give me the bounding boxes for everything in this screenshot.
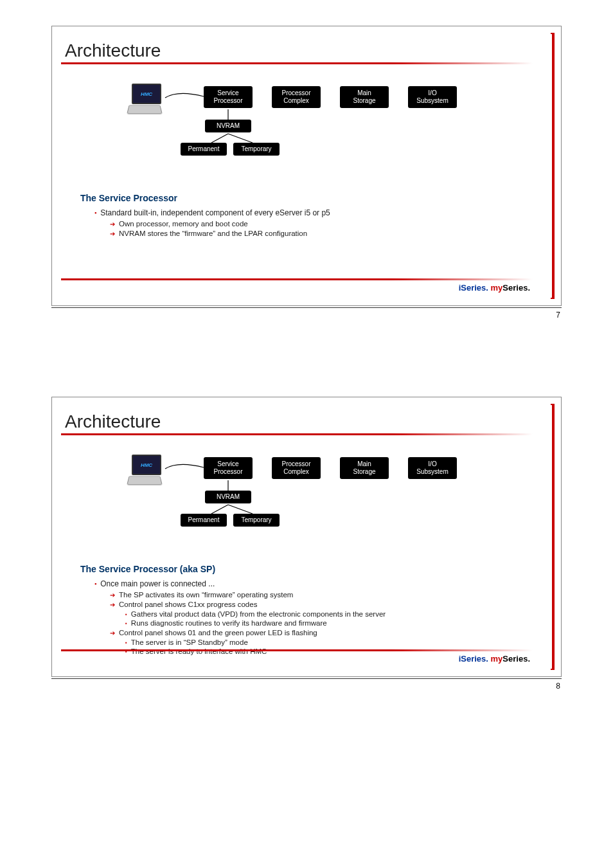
bullet: Standard built-in, independent component…	[94, 208, 552, 217]
bullet: NVRAM stores the “firmware” and the LPAR…	[110, 230, 552, 237]
page-number: 7	[51, 307, 562, 320]
bullet: The SP activates its own “firmware” oper…	[110, 591, 552, 599]
bullet-list: Standard built-in, independent component…	[94, 208, 552, 237]
section-heading: The Service Processor	[80, 193, 552, 203]
footer-branding: iSeries. mySeries.	[61, 283, 552, 293]
box-temporary: Temporary	[233, 514, 280, 527]
box-main-storage: MainStorage	[340, 86, 389, 108]
section-heading: The Service Processor (aka SP)	[80, 564, 552, 574]
box-permanent: Permanent	[181, 143, 227, 156]
hmc-label: HMC	[141, 91, 152, 97]
slide-container: Architecture HMC ServiceProcessor Proces…	[51, 397, 562, 677]
architecture-diagram: HMC ServiceProcessor ProcessorComplex Ma…	[107, 455, 506, 551]
bullet-list: Once main power is connected ... The SP …	[94, 579, 552, 655]
box-main-storage: MainStorage	[340, 457, 389, 479]
slide-container: Architecture HMC ServiceProcessor Proces…	[51, 26, 562, 306]
bullet: Runs diagnostic routines to verify its h…	[125, 619, 552, 627]
box-service-processor: ServiceProcessor	[204, 86, 253, 108]
footer-underline	[61, 278, 533, 280]
box-service-processor: ServiceProcessor	[204, 457, 253, 479]
title-underline	[61, 433, 533, 435]
box-nvram: NVRAM	[205, 120, 251, 132]
architecture-diagram: HMC ServiceProcessor ProcessorComplex Ma…	[107, 84, 506, 180]
box-permanent: Permanent	[181, 514, 227, 527]
footer-underline	[61, 649, 533, 651]
hmc-icon: HMC	[127, 84, 166, 116]
box-temporary: Temporary	[233, 143, 280, 156]
bullet: Own processor, memory and boot code	[110, 220, 552, 228]
box-io-subsystem: I/OSubsystem	[408, 86, 457, 108]
box-processor-complex: ProcessorComplex	[272, 457, 321, 479]
title-underline	[61, 62, 533, 64]
box-io-subsystem: I/OSubsystem	[408, 457, 457, 479]
slide-title: Architecture	[61, 405, 552, 433]
box-processor-complex: ProcessorComplex	[272, 86, 321, 108]
bullet: Gathers vital product data (VPD) from th…	[125, 610, 552, 618]
slide-title: Architecture	[61, 34, 552, 62]
footer-branding: iSeries. mySeries.	[61, 654, 552, 664]
bullet: Control panel shows 01 and the green pow…	[110, 629, 552, 637]
bullet: Control panel shows C1xx progress codes	[110, 601, 552, 608]
bullet: Once main power is connected ...	[94, 579, 552, 588]
page-number: 8	[51, 678, 562, 691]
hmc-icon: HMC	[127, 455, 166, 487]
hmc-label: HMC	[141, 462, 152, 468]
box-nvram: NVRAM	[205, 491, 251, 503]
